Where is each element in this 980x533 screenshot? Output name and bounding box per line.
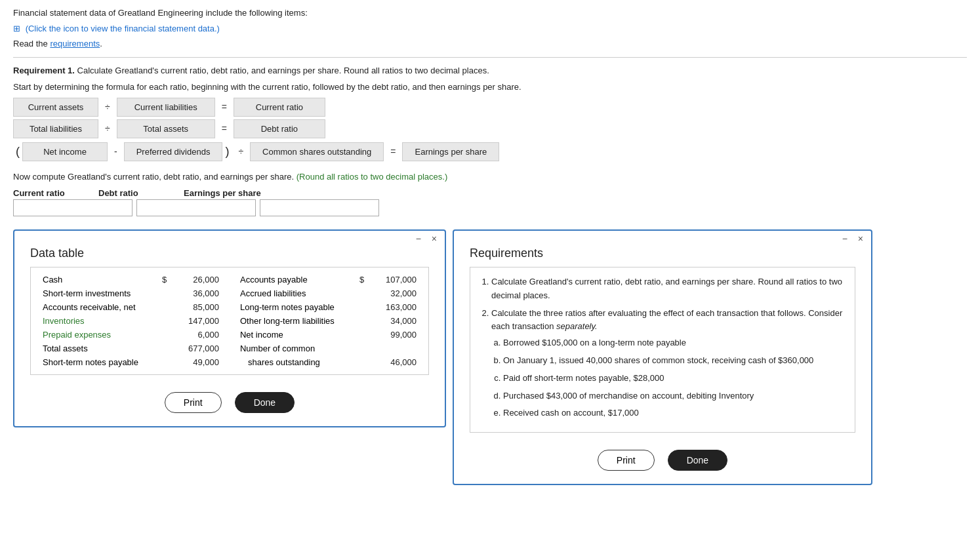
label-ltnp: Long-term notes payable	[236, 300, 356, 314]
table-row: Short-term investments 36,000 Accrued li…	[39, 286, 420, 300]
read-requirements-line: Read the requirements.	[13, 37, 967, 50]
req-item-1: Calculate Greatland's current ratio, deb…	[491, 275, 846, 303]
table-row: Accounts receivable, net 85,000 Long-ter…	[39, 300, 420, 314]
financial-data-link[interactable]: (Click the icon to view the financial st…	[26, 24, 220, 33]
requirements-done-button[interactable]: Done	[668, 450, 727, 471]
data-table-wrapper: Cash $ 26,000 Accounts payable $ 107,000…	[30, 267, 429, 375]
label-accrued: Accrued liabilities	[236, 286, 356, 300]
data-table-close-button[interactable]: ×	[429, 233, 439, 244]
value-prepaid: 6,000	[171, 328, 223, 342]
value-sharesout: 46,000	[368, 355, 420, 369]
data-table-panel: − × Data table Cash $ 26,000 Accounts pa…	[13, 229, 446, 427]
debt-ratio-cell: Debt ratio	[234, 119, 325, 138]
label-stnp: Short-term notes payable	[39, 355, 158, 369]
label-sti: Short-term investments	[39, 286, 158, 300]
debt-ratio-header: Debt ratio	[98, 188, 184, 198]
value-ltnp: 163,000	[368, 300, 420, 314]
equals-op-2: =	[215, 123, 234, 134]
close-paren: )	[222, 145, 232, 159]
table-row: Inventories 147,000 Other long-term liab…	[39, 314, 420, 328]
label-numcommon: Number of common	[236, 342, 356, 355]
label-cash: Cash	[39, 273, 158, 286]
label-netincome: Net income	[236, 328, 356, 342]
data-table-title: Data table	[14, 247, 445, 267]
icon-link-line: ⊞ (Click the icon to view the financial …	[13, 22, 967, 35]
value-sti: 36,000	[171, 286, 223, 300]
grid-icon[interactable]: ⊞	[13, 24, 20, 33]
table-row: Short-term notes payable 49,000 shares o…	[39, 355, 420, 369]
top-section: Financial statement data of Greatland En…	[13, 7, 967, 50]
requirements-panel: − × Requirements Calculate Greatland's c…	[453, 229, 872, 485]
eps-formula: ( Net income - Preferred dividends ) ÷ C…	[13, 142, 967, 161]
requirements-close-button[interactable]: ×	[855, 233, 866, 244]
requirements-content: Calculate Greatland's current ratio, deb…	[470, 267, 855, 433]
value-netincome: 99,000	[368, 328, 420, 342]
value-ar: 85,000	[171, 300, 223, 314]
req-sub-a: Borrowed $105,000 on a long-term note pa…	[503, 336, 846, 350]
preferred-dividends-cell: Preferred dividends	[124, 142, 223, 161]
requirements-buttons: Print Done	[454, 443, 871, 484]
divide-op-3: ÷	[232, 146, 250, 157]
debt-ratio-input[interactable]	[136, 199, 256, 216]
current-ratio-cell: Current ratio	[234, 98, 325, 117]
label-prepaid: Prepaid expenses	[39, 328, 158, 342]
total-assets-cell: Total assets	[117, 119, 215, 138]
label-accounts-payable: Accounts payable	[236, 273, 356, 286]
value-stnp: 49,000	[171, 355, 223, 369]
data-table-print-button[interactable]: Print	[165, 392, 222, 413]
current-assets-cell: Current assets	[13, 98, 98, 117]
data-table-minimize-button[interactable]: −	[413, 233, 424, 244]
current-ratio-formula: Current assets ÷ Current liabilities = C…	[13, 98, 967, 117]
requirement-line: Requirement 1. Calculate Greatland's cur…	[13, 64, 967, 77]
table-row: Total assets 677,000 Number of common	[39, 342, 420, 355]
requirements-minimize-button[interactable]: −	[840, 233, 850, 244]
current-liabilities-cell: Current liabilities	[117, 98, 215, 117]
formula-intro: Start by determining the formula for eac…	[13, 81, 967, 94]
current-ratio-input[interactable]	[13, 199, 133, 216]
dollar-ap: $	[356, 273, 368, 286]
dollar-cash: $	[158, 273, 171, 286]
req-sub-c: Paid off short-term notes payable, $28,0…	[503, 372, 846, 385]
panels-container: − × Data table Cash $ 26,000 Accounts pa…	[13, 229, 967, 531]
divide-op-1: ÷	[98, 102, 117, 112]
req-sub-d: Purchased $43,000 of merchandise on acco…	[503, 389, 846, 403]
table-row: Cash $ 26,000 Accounts payable $ 107,000	[39, 273, 420, 286]
label-sharesout: shares outstanding	[236, 355, 356, 369]
horizontal-divider	[13, 57, 967, 58]
requirements-print-button[interactable]: Print	[598, 450, 655, 471]
value-inventories: 147,000	[171, 314, 223, 328]
equals-op-1: =	[215, 102, 234, 112]
label-ar: Accounts receivable, net	[39, 300, 158, 314]
net-income-cell: Net income	[22, 142, 108, 161]
value-ap: 107,000	[368, 273, 420, 286]
eps-cell: Earnings per share	[402, 142, 499, 161]
label-inventories: Inventories	[39, 314, 158, 328]
debt-ratio-formula: Total liabilities ÷ Total assets = Debt …	[13, 119, 967, 138]
data-table: Cash $ 26,000 Accounts payable $ 107,000…	[39, 273, 420, 369]
divide-op-2: ÷	[98, 123, 117, 134]
data-table-titlebar: − ×	[14, 231, 445, 247]
minus-op: -	[108, 146, 124, 157]
compute-section: Now compute Greatland's current ratio, d…	[13, 170, 967, 217]
label-totalassets: Total assets	[39, 342, 158, 355]
req-item-2: Calculate the three ratios after evaluat…	[491, 307, 846, 421]
label-otherlt: Other long-term liabilities	[236, 314, 356, 328]
requirements-title: Requirements	[454, 247, 871, 267]
compute-intro: Now compute Greatland's current ratio, d…	[13, 170, 967, 184]
value-otherlt: 34,000	[368, 314, 420, 328]
value-totalassets: 677,000	[171, 342, 223, 355]
total-liabilities-cell: Total liabilities	[13, 119, 98, 138]
req-sub-b: On January 1, issued 40,000 shares of co…	[503, 354, 846, 368]
req-sub-e: Received cash on account, $17,000	[503, 406, 846, 420]
table-row: Prepaid expenses 6,000 Net income 99,000	[39, 328, 420, 342]
current-ratio-header: Current ratio	[13, 188, 98, 198]
value-numcommon	[368, 342, 420, 355]
eps-input[interactable]	[260, 199, 379, 216]
requirements-link[interactable]: requirements	[50, 39, 100, 49]
compute-inputs	[13, 199, 967, 216]
requirements-titlebar: − ×	[454, 231, 871, 247]
main-section: Requirement 1. Calculate Greatland's cur…	[13, 64, 967, 217]
data-table-done-button[interactable]: Done	[235, 392, 295, 413]
equals-op-3: =	[384, 146, 402, 157]
eps-header: Earnings per share	[184, 188, 276, 198]
